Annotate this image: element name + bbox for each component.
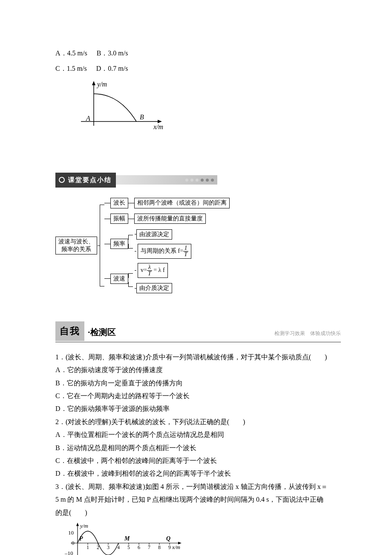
graph1-xlabel: x/m [153,123,163,130]
g3-ylabel: y/m [79,523,88,529]
hier-amp: 振幅 [110,214,128,224]
speed-eq-b: = λ f [152,267,165,273]
hier-speed-desc1: v=λT = λ f [138,263,168,278]
opt-b: B．3.0 m/s [97,49,128,57]
frac-den: T [147,271,152,277]
hier-freq-desc2: 与周期的关系 f=1T [138,244,191,259]
g3-P: P [79,535,83,542]
circle-icon [59,177,65,183]
section-bar-dark: 课堂要点小结 [55,173,116,188]
svg-marker-1 [92,81,95,85]
hier-freq: 频率 [110,239,128,249]
graph-3: y/m x/m 10 0 –10 1 2 3 4 5 6 7 8 9 P M Q [58,522,341,555]
hier-wavelen: 波长 [110,198,128,208]
hier-root-l1: 波速与波长、 [58,238,94,245]
hier-freq-desc1: 由波源决定 [136,229,172,240]
q2-c: C．在横波中，两个相邻的波峰间的距离等于一个波长 [55,454,341,467]
q3-stem3: 的是( ) [55,506,341,519]
q1-c: C．它在一个周期内走过的路程等于一个波长 [55,390,341,402]
question-2: 2．(对波长的理解)关于机械波的波长，下列说法正确的是( ) A．平衡位置相距一… [55,416,341,480]
dot-icon [201,179,204,182]
self-test-header: 自我 ·检测区 检测学习效果 体验成功快乐 [55,321,341,342]
g3-x4: 4 [117,544,120,550]
hier-root: 波速与波长、 频率的关系 [55,237,97,254]
q1-stem: 1．(波长、周期、频率和波速)介质中有一列简谐机械波传播，对于其中某个振动质点(… [55,351,341,364]
dot-icon [206,179,209,182]
g3-x7: 7 [148,544,150,550]
g3-x1: 1 [86,544,89,550]
frac-den: T [183,251,188,257]
q3-stem2: 5 m 的 M 点时开始计时，已知 P 点相继出现两个波峰的时间间隔为 0.4 … [55,493,341,506]
top-options-row2: C．1.5 m/s D．0.7 m/s [55,62,341,75]
self-test-big: 自我 [55,321,84,341]
hier-speed: 波速 [110,274,128,284]
g3-x3: 3 [107,544,110,550]
g3-x2: 2 [97,544,99,550]
hierarchy-diagram: 波速与波长、 频率的关系 波长 相邻两个波峰（或波谷）间的距离 振幅 波所传播能… [55,195,341,296]
opt-d: D．0.7 m/s [96,65,128,72]
g3-y0: 0 [72,540,75,546]
opt-c: C．1.5 m/s [55,65,87,72]
q2-d: D．在横波中，波峰到相邻的波谷之间的距离等于半个波长 [55,467,341,480]
g3-x9: 9 [168,544,171,550]
q1-d: D．它的振动频率等于波源的振动频率 [55,402,341,415]
frac-num: 1 [183,245,188,251]
dot-icon [211,179,214,182]
q2-a: A．平衡位置相距一个波长的两个质点运动情况总是相同 [55,428,341,441]
self-test-note: 检测学习效果 体验成功快乐 [274,329,341,341]
q2-stem: 2．(对波长的理解)关于机械波的波长，下列说法正确的是( ) [55,416,341,428]
g3-M: M [124,535,130,542]
section-bar-tail [116,175,217,185]
g3-Q: Q [166,535,170,542]
hier-amp-desc: 波所传播能量的直接量度 [134,214,206,224]
dot-icon [185,179,188,182]
hier-wavelen-desc: 相邻两个波峰（或波谷）间的距离 [134,198,230,208]
dot-icon [196,179,199,182]
hier-root-l2: 频率的关系 [61,246,91,252]
question-1: 1．(波长、周期、频率和波速)介质中有一列简谐机械波传播，对于其中某个振动质点(… [55,351,341,416]
opt-a: A．4.5 m/s [55,49,87,57]
graph1-ylabel: y/m [96,81,107,88]
hier-freq2-text: 与周期的关系 f= [141,248,183,254]
graph1-point-a: A [86,115,90,122]
svg-marker-3 [158,120,162,123]
speed-eq-a: v= [141,267,147,273]
self-test-sub: ·检测区 [88,324,116,341]
g3-x5: 5 [127,544,130,550]
dot-icon [190,179,193,182]
svg-marker-5 [76,523,79,526]
g3-xlabel: x/m [172,544,180,550]
g3-ym10: –10 [64,550,73,555]
g3-y10: 10 [68,529,74,536]
q1-a: A．它的振动速度等于波的传播速度 [55,364,341,376]
top-options: A．4.5 m/s B．3.0 m/s [55,47,341,60]
g3-x6: 6 [138,544,140,550]
question-3: 3．(波长、周期、频率和波速)如图 4 所示，一列简谐横波沿 x 轴正方向传播，… [55,480,341,555]
g3-x8: 8 [158,544,161,550]
graph-1: y/m x/m A B [72,79,341,143]
graph1-point-b: B [140,113,144,121]
q2-b: B．运动情况总是相同的两个质点相距一个波长 [55,442,341,454]
hier-speed-desc2: 由介质决定 [136,283,172,293]
q3-stem1: 3．(波长、周期、频率和波速)如图 4 所示，一列简谐横波沿 x 轴正方向传播，… [55,480,341,493]
section-bar: 课堂要点小结 [55,173,341,188]
frac-num: λ [147,264,152,271]
section-bar-title: 课堂要点小结 [68,174,112,186]
q1-b: B．它的振动方向一定垂直于波的传播方向 [55,377,341,390]
